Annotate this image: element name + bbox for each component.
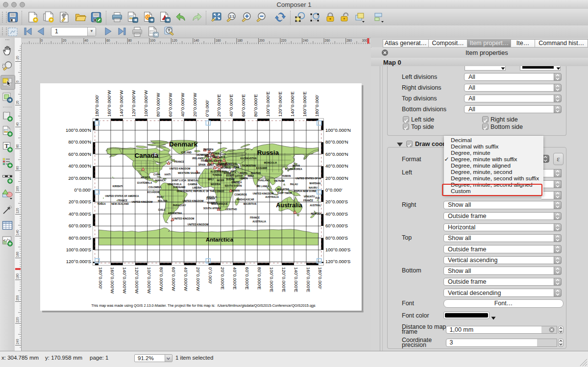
- svg-text:300: 300: [362, 39, 368, 42]
- svg-text:180: 180: [237, 39, 243, 42]
- svg-text:200: 200: [16, 295, 19, 300]
- svg-text:0: 0: [41, 39, 43, 42]
- svg-text:160: 160: [216, 39, 221, 42]
- svg-text:120: 120: [16, 208, 19, 213]
- svg-text:220: 220: [281, 39, 287, 42]
- svg-text:240: 240: [16, 339, 19, 344]
- svg-text:100: 100: [150, 39, 155, 42]
- svg-text:80: 80: [128, 39, 132, 42]
- svg-text:60: 60: [16, 144, 19, 148]
- svg-text:40: 40: [16, 122, 19, 126]
- svg-text:180: 180: [16, 273, 19, 279]
- svg-text:60: 60: [106, 39, 110, 42]
- svg-text:40: 40: [85, 39, 89, 42]
- svg-text:0: 0: [16, 80, 19, 82]
- svg-text:100: 100: [16, 186, 19, 192]
- svg-text:160: 160: [16, 251, 19, 257]
- svg-text:120: 120: [172, 39, 177, 42]
- svg-text:200: 200: [259, 39, 265, 42]
- svg-text:20: 20: [63, 39, 67, 42]
- svg-text:80: 80: [16, 166, 19, 170]
- svg-text:140: 140: [16, 230, 19, 235]
- svg-text:-20: -20: [16, 56, 19, 61]
- svg-text:140: 140: [194, 39, 199, 42]
- svg-text:20: 20: [16, 100, 19, 104]
- svg-text:220: 220: [16, 317, 19, 322]
- svg-text:240: 240: [303, 39, 308, 42]
- svg-text:260: 260: [325, 39, 330, 42]
- svg-text:280: 280: [346, 39, 352, 42]
